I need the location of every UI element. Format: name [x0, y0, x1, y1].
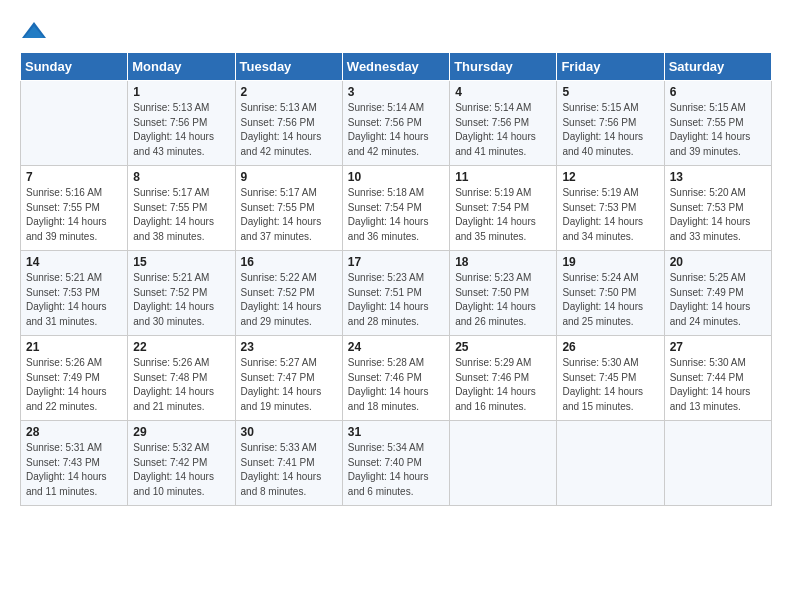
cell-info: Sunrise: 5:33 AM Sunset: 7:41 PM Dayligh… — [241, 441, 337, 499]
cell-info: Sunrise: 5:21 AM Sunset: 7:53 PM Dayligh… — [26, 271, 122, 329]
day-number: 27 — [670, 340, 766, 354]
day-number: 24 — [348, 340, 444, 354]
calendar-cell: 17Sunrise: 5:23 AM Sunset: 7:51 PM Dayli… — [342, 251, 449, 336]
header-row: SundayMondayTuesdayWednesdayThursdayFrid… — [21, 53, 772, 81]
day-number: 26 — [562, 340, 658, 354]
header-day-thursday: Thursday — [450, 53, 557, 81]
day-number: 19 — [562, 255, 658, 269]
cell-info: Sunrise: 5:25 AM Sunset: 7:49 PM Dayligh… — [670, 271, 766, 329]
calendar-cell: 4Sunrise: 5:14 AM Sunset: 7:56 PM Daylig… — [450, 81, 557, 166]
header-day-saturday: Saturday — [664, 53, 771, 81]
calendar-cell: 27Sunrise: 5:30 AM Sunset: 7:44 PM Dayli… — [664, 336, 771, 421]
header-day-wednesday: Wednesday — [342, 53, 449, 81]
day-number: 16 — [241, 255, 337, 269]
cell-info: Sunrise: 5:32 AM Sunset: 7:42 PM Dayligh… — [133, 441, 229, 499]
cell-info: Sunrise: 5:22 AM Sunset: 7:52 PM Dayligh… — [241, 271, 337, 329]
week-row-2: 7Sunrise: 5:16 AM Sunset: 7:55 PM Daylig… — [21, 166, 772, 251]
header-day-tuesday: Tuesday — [235, 53, 342, 81]
day-number: 11 — [455, 170, 551, 184]
logo — [20, 20, 52, 42]
calendar-cell: 31Sunrise: 5:34 AM Sunset: 7:40 PM Dayli… — [342, 421, 449, 506]
cell-info: Sunrise: 5:24 AM Sunset: 7:50 PM Dayligh… — [562, 271, 658, 329]
calendar-cell: 9Sunrise: 5:17 AM Sunset: 7:55 PM Daylig… — [235, 166, 342, 251]
day-number: 20 — [670, 255, 766, 269]
day-number: 2 — [241, 85, 337, 99]
cell-info: Sunrise: 5:15 AM Sunset: 7:55 PM Dayligh… — [670, 101, 766, 159]
cell-info: Sunrise: 5:23 AM Sunset: 7:51 PM Dayligh… — [348, 271, 444, 329]
day-number: 23 — [241, 340, 337, 354]
cell-info: Sunrise: 5:28 AM Sunset: 7:46 PM Dayligh… — [348, 356, 444, 414]
cell-info: Sunrise: 5:23 AM Sunset: 7:50 PM Dayligh… — [455, 271, 551, 329]
calendar-cell: 21Sunrise: 5:26 AM Sunset: 7:49 PM Dayli… — [21, 336, 128, 421]
calendar-cell: 23Sunrise: 5:27 AM Sunset: 7:47 PM Dayli… — [235, 336, 342, 421]
day-number: 22 — [133, 340, 229, 354]
day-number: 15 — [133, 255, 229, 269]
calendar-cell: 15Sunrise: 5:21 AM Sunset: 7:52 PM Dayli… — [128, 251, 235, 336]
calendar-cell: 29Sunrise: 5:32 AM Sunset: 7:42 PM Dayli… — [128, 421, 235, 506]
day-number: 8 — [133, 170, 229, 184]
cell-info: Sunrise: 5:21 AM Sunset: 7:52 PM Dayligh… — [133, 271, 229, 329]
cell-info: Sunrise: 5:13 AM Sunset: 7:56 PM Dayligh… — [241, 101, 337, 159]
day-number: 13 — [670, 170, 766, 184]
cell-info: Sunrise: 5:13 AM Sunset: 7:56 PM Dayligh… — [133, 101, 229, 159]
cell-info: Sunrise: 5:19 AM Sunset: 7:53 PM Dayligh… — [562, 186, 658, 244]
cell-info: Sunrise: 5:17 AM Sunset: 7:55 PM Dayligh… — [241, 186, 337, 244]
cell-info: Sunrise: 5:29 AM Sunset: 7:46 PM Dayligh… — [455, 356, 551, 414]
cell-info: Sunrise: 5:17 AM Sunset: 7:55 PM Dayligh… — [133, 186, 229, 244]
day-number: 21 — [26, 340, 122, 354]
calendar-cell: 14Sunrise: 5:21 AM Sunset: 7:53 PM Dayli… — [21, 251, 128, 336]
header-day-sunday: Sunday — [21, 53, 128, 81]
header — [20, 20, 772, 42]
calendar-cell: 11Sunrise: 5:19 AM Sunset: 7:54 PM Dayli… — [450, 166, 557, 251]
calendar-cell: 13Sunrise: 5:20 AM Sunset: 7:53 PM Dayli… — [664, 166, 771, 251]
cell-info: Sunrise: 5:15 AM Sunset: 7:56 PM Dayligh… — [562, 101, 658, 159]
day-number: 5 — [562, 85, 658, 99]
cell-info: Sunrise: 5:20 AM Sunset: 7:53 PM Dayligh… — [670, 186, 766, 244]
calendar-cell — [557, 421, 664, 506]
day-number: 28 — [26, 425, 122, 439]
calendar-body: 1Sunrise: 5:13 AM Sunset: 7:56 PM Daylig… — [21, 81, 772, 506]
cell-info: Sunrise: 5:19 AM Sunset: 7:54 PM Dayligh… — [455, 186, 551, 244]
cell-info: Sunrise: 5:26 AM Sunset: 7:48 PM Dayligh… — [133, 356, 229, 414]
day-number: 17 — [348, 255, 444, 269]
day-number: 3 — [348, 85, 444, 99]
calendar-cell: 22Sunrise: 5:26 AM Sunset: 7:48 PM Dayli… — [128, 336, 235, 421]
week-row-5: 28Sunrise: 5:31 AM Sunset: 7:43 PM Dayli… — [21, 421, 772, 506]
calendar-header: SundayMondayTuesdayWednesdayThursdayFrid… — [21, 53, 772, 81]
cell-info: Sunrise: 5:16 AM Sunset: 7:55 PM Dayligh… — [26, 186, 122, 244]
calendar-cell — [664, 421, 771, 506]
day-number: 9 — [241, 170, 337, 184]
calendar-cell: 18Sunrise: 5:23 AM Sunset: 7:50 PM Dayli… — [450, 251, 557, 336]
calendar-cell: 5Sunrise: 5:15 AM Sunset: 7:56 PM Daylig… — [557, 81, 664, 166]
day-number: 10 — [348, 170, 444, 184]
calendar-cell — [21, 81, 128, 166]
calendar-cell: 7Sunrise: 5:16 AM Sunset: 7:55 PM Daylig… — [21, 166, 128, 251]
calendar-cell: 8Sunrise: 5:17 AM Sunset: 7:55 PM Daylig… — [128, 166, 235, 251]
calendar-cell: 19Sunrise: 5:24 AM Sunset: 7:50 PM Dayli… — [557, 251, 664, 336]
cell-info: Sunrise: 5:18 AM Sunset: 7:54 PM Dayligh… — [348, 186, 444, 244]
week-row-3: 14Sunrise: 5:21 AM Sunset: 7:53 PM Dayli… — [21, 251, 772, 336]
calendar-cell: 25Sunrise: 5:29 AM Sunset: 7:46 PM Dayli… — [450, 336, 557, 421]
calendar-cell: 16Sunrise: 5:22 AM Sunset: 7:52 PM Dayli… — [235, 251, 342, 336]
calendar-cell: 6Sunrise: 5:15 AM Sunset: 7:55 PM Daylig… — [664, 81, 771, 166]
cell-info: Sunrise: 5:14 AM Sunset: 7:56 PM Dayligh… — [455, 101, 551, 159]
cell-info: Sunrise: 5:30 AM Sunset: 7:44 PM Dayligh… — [670, 356, 766, 414]
calendar-cell: 1Sunrise: 5:13 AM Sunset: 7:56 PM Daylig… — [128, 81, 235, 166]
day-number: 4 — [455, 85, 551, 99]
calendar-cell: 10Sunrise: 5:18 AM Sunset: 7:54 PM Dayli… — [342, 166, 449, 251]
calendar-cell: 24Sunrise: 5:28 AM Sunset: 7:46 PM Dayli… — [342, 336, 449, 421]
day-number: 29 — [133, 425, 229, 439]
day-number: 12 — [562, 170, 658, 184]
cell-info: Sunrise: 5:26 AM Sunset: 7:49 PM Dayligh… — [26, 356, 122, 414]
calendar-cell: 26Sunrise: 5:30 AM Sunset: 7:45 PM Dayli… — [557, 336, 664, 421]
calendar-cell: 3Sunrise: 5:14 AM Sunset: 7:56 PM Daylig… — [342, 81, 449, 166]
day-number: 31 — [348, 425, 444, 439]
cell-info: Sunrise: 5:14 AM Sunset: 7:56 PM Dayligh… — [348, 101, 444, 159]
header-day-monday: Monday — [128, 53, 235, 81]
calendar-cell — [450, 421, 557, 506]
day-number: 18 — [455, 255, 551, 269]
header-day-friday: Friday — [557, 53, 664, 81]
cell-info: Sunrise: 5:31 AM Sunset: 7:43 PM Dayligh… — [26, 441, 122, 499]
day-number: 30 — [241, 425, 337, 439]
calendar-cell: 30Sunrise: 5:33 AM Sunset: 7:41 PM Dayli… — [235, 421, 342, 506]
